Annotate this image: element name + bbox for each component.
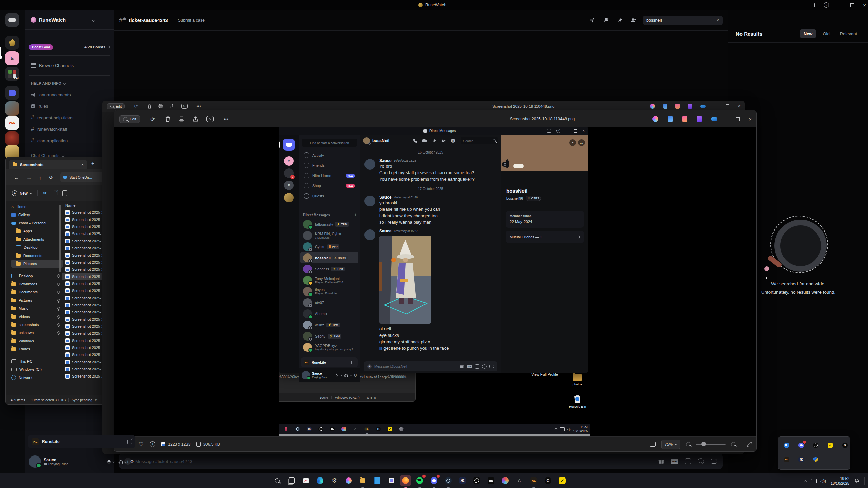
shot-taskbar-icon-anvil[interactable] bbox=[328, 425, 336, 433]
channel-topic[interactable]: Submit a case bbox=[178, 18, 205, 23]
search-tab-old[interactable]: Old bbox=[819, 29, 833, 38]
nav-item-screenshots[interactable]: screenshots bbox=[6, 321, 63, 329]
info-icon[interactable]: i bbox=[150, 441, 155, 447]
tray-popup-icon-browser[interactable] bbox=[782, 441, 791, 450]
taskbar-icon-taskview[interactable] bbox=[286, 475, 297, 486]
nav-item-pictures[interactable]: Pictures bbox=[6, 296, 63, 304]
shot-taskbar-icon-swirl[interactable] bbox=[340, 425, 348, 433]
dm-item-tinyes[interactable]: tinyesPlaying RuneLite bbox=[300, 286, 358, 297]
taskbar-icon-firefox[interactable] bbox=[400, 475, 411, 486]
nav-item-windows-c-[interactable]: Windows (C:) bbox=[6, 365, 63, 373]
headphones-icon[interactable] bbox=[118, 459, 123, 464]
delete-icon[interactable] bbox=[165, 116, 171, 122]
shot-call-icon[interactable] bbox=[413, 139, 417, 143]
shot-nav-activity[interactable]: Activity bbox=[301, 150, 358, 160]
taskbar-icon-swirl[interactable] bbox=[500, 475, 511, 486]
fit-icon[interactable] bbox=[650, 442, 656, 447]
dm-item-fatboinasty[interactable]: fatboinasty⚡TPM bbox=[300, 219, 358, 230]
shot-popout-icon[interactable] bbox=[351, 361, 355, 364]
shot-home-button[interactable] bbox=[283, 139, 295, 151]
shot-inbox-icon[interactable] bbox=[547, 129, 551, 133]
dm-item-sanders[interactable]: Sanders⚡TPM bbox=[300, 263, 358, 274]
onedrive-icon2[interactable] bbox=[711, 117, 717, 121]
dm-item-abomb[interactable]: Abomb bbox=[300, 308, 358, 319]
shot-desktop-icon-recycle[interactable]: Recycle Bin bbox=[569, 394, 586, 408]
channel-name[interactable]: ticket-sauce4243 bbox=[129, 18, 168, 23]
gif-icon[interactable]: GIF bbox=[671, 459, 678, 464]
taskbar-icon-search[interactable] bbox=[272, 475, 283, 486]
zoom-slider[interactable] bbox=[696, 444, 726, 445]
taskbar-icon-discord[interactable] bbox=[429, 475, 439, 486]
minimize[interactable] bbox=[724, 119, 727, 119]
shot-nav-nitro-home[interactable]: Nitro HomeNEW bbox=[301, 170, 358, 181]
shot-server-2[interactable]: 3 bbox=[284, 168, 294, 178]
nav-item-attachments[interactable]: Attachments bbox=[11, 235, 63, 243]
threads-icon[interactable] bbox=[589, 17, 595, 23]
ai-edit-icon-back[interactable] bbox=[663, 104, 667, 109]
notifications-muted-icon[interactable] bbox=[603, 17, 609, 23]
dm-item-tony-meicojoni[interactable]: Tony MeicojoniPlaying Battlefield™ 6 bbox=[300, 274, 358, 286]
gallery-icon[interactable] bbox=[697, 116, 702, 122]
taskbar-icon-steam[interactable] bbox=[443, 475, 454, 486]
shot-network-icon[interactable] bbox=[560, 427, 565, 431]
taskbar-icon-runelite[interactable]: RL bbox=[528, 475, 539, 486]
taskbar-icon-alogo[interactable]: A bbox=[514, 475, 525, 486]
ai-edit-icon[interactable] bbox=[668, 116, 673, 122]
nav-item-documents[interactable]: Documents bbox=[11, 251, 63, 260]
minimize-button[interactable] bbox=[838, 5, 842, 5]
show-desktop-button[interactable] bbox=[864, 477, 865, 485]
copilot-icon-back[interactable] bbox=[650, 104, 655, 109]
shot-min[interactable] bbox=[566, 131, 569, 131]
refresh-icon[interactable]: ⟳ bbox=[49, 175, 53, 180]
server-folder[interactable] bbox=[5, 86, 19, 100]
server-eat-group[interactable]: EAt bbox=[5, 67, 19, 81]
nav-item-music[interactable]: Music bbox=[6, 304, 63, 312]
nav-item-apps[interactable]: Apps bbox=[11, 227, 63, 235]
taskbar-icon-explorer[interactable] bbox=[357, 475, 368, 486]
nav-item-unknown[interactable]: unknown bbox=[6, 329, 63, 337]
channel-request-help-ticket[interactable]: #request-help-ticket bbox=[27, 113, 114, 123]
shot-peer-name[interactable]: bossNeil bbox=[372, 138, 389, 143]
channel-announcements[interactable]: announcements bbox=[27, 89, 114, 100]
shot-profile-more-icon[interactable]: … bbox=[578, 139, 585, 146]
close-button[interactable]: × bbox=[863, 3, 866, 8]
nav-item-conor-personal[interactable]: conor - Personal bbox=[6, 219, 63, 227]
taskbar-icon-settings[interactable]: ⚙ bbox=[329, 475, 340, 486]
activity-card[interactable]: RL RuneLite bbox=[28, 435, 135, 448]
dm-item-krm-dn-cybxr[interactable]: KRM DN, Cybxr3 Members bbox=[300, 230, 358, 241]
dm-item-yagpdb-xyz[interactable]: YAGPDB.xyzhey ducky why you so yucky? bbox=[300, 342, 358, 353]
edit-button[interactable]: Edit bbox=[119, 115, 140, 123]
shot-mic-icon[interactable] bbox=[335, 373, 339, 377]
nav-item-home[interactable]: ⌂Home bbox=[6, 203, 63, 211]
maximize-button[interactable] bbox=[850, 3, 854, 7]
shot-add-friend-icon[interactable] bbox=[441, 139, 446, 143]
taskbar-icon-edge[interactable] bbox=[315, 475, 326, 486]
shot-mutual-friends[interactable]: Mutual Friends — 1 bbox=[506, 231, 584, 243]
message-composer[interactable]: + Message #ticket-sauce4243 GIF bbox=[119, 453, 723, 469]
tray-popup-icon-defender[interactable] bbox=[811, 455, 820, 464]
shot-volume-icon[interactable]: ◁) bbox=[567, 428, 571, 431]
maximize[interactable] bbox=[736, 117, 740, 121]
print-icon-back[interactable] bbox=[158, 104, 163, 108]
shot-profile-action-icon[interactable]: + bbox=[569, 139, 576, 146]
cut-icon[interactable]: ✂ bbox=[43, 190, 47, 196]
tab-close-icon[interactable]: × bbox=[81, 162, 84, 167]
shot-tray-chevron[interactable] bbox=[554, 428, 557, 430]
nav-item-pictures[interactable]: Pictures bbox=[11, 260, 63, 268]
shot-composer[interactable]: + Message @bossNeil GIF bbox=[364, 361, 497, 371]
rotate-icon-back[interactable]: ⟳ bbox=[132, 104, 140, 109]
taskbar-icon-start[interactable] bbox=[258, 475, 269, 486]
shot-taskbar-icon-steam[interactable] bbox=[294, 425, 302, 433]
tray-chevron-icon[interactable] bbox=[803, 480, 807, 483]
back-icon[interactable]: ← bbox=[14, 175, 19, 180]
pinned-messages-icon[interactable] bbox=[617, 18, 623, 23]
shot-taskbar-icon-logitech[interactable]: G bbox=[374, 425, 382, 433]
favorite-icon[interactable]: ♡ bbox=[139, 441, 143, 447]
shot-nav-quests[interactable]: Quests bbox=[301, 191, 358, 201]
discord-home-button[interactable] bbox=[5, 13, 19, 27]
clock[interactable]: 19:52 18/10/2025 bbox=[831, 476, 849, 486]
shot-max[interactable] bbox=[574, 129, 577, 133]
tray-status-icons[interactable]: ◁)) bbox=[811, 479, 826, 483]
copilot-icon[interactable] bbox=[652, 116, 658, 122]
tray-popup-icon-rune[interactable]: Ж bbox=[797, 455, 806, 464]
